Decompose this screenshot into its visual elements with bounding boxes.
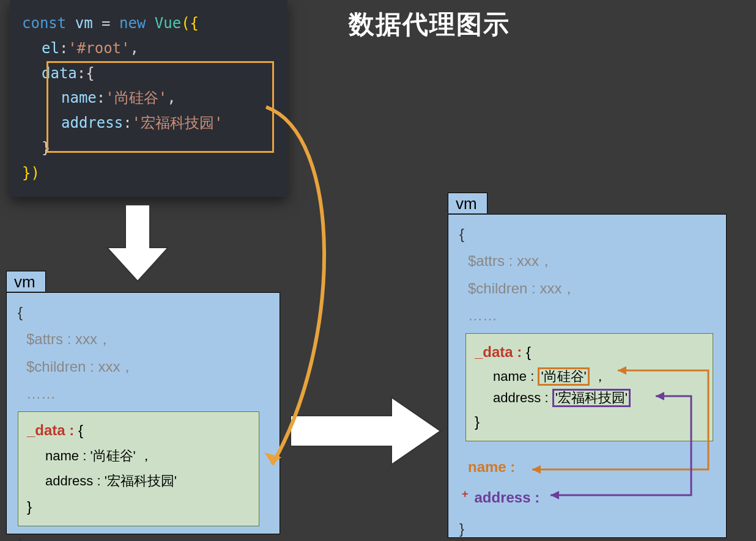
plus-icon: + [462, 488, 469, 500]
prop-name: name [61, 89, 97, 106]
str-name: '尚硅谷' [105, 89, 167, 106]
address-val: '宏福科技园' [105, 473, 177, 488]
name-val: '尚硅谷' [90, 448, 135, 463]
arrow-right-icon [291, 397, 440, 465]
data-key: _data : [27, 422, 74, 438]
address-key: address : [45, 473, 101, 488]
address-val-r: '宏福科技园' [552, 389, 631, 407]
proxy-name-label: name : [468, 458, 515, 475]
brace-open: { [18, 299, 269, 326]
children-line: $children : xxx， [18, 353, 269, 380]
vm-tab-left: vm [6, 271, 46, 292]
name-comma-r: ， [593, 369, 607, 384]
prop-data: data [42, 65, 77, 82]
vm-box-right: vm { $attrs : xxx， $children : xxx， …… _… [448, 214, 727, 538]
data-box-right: _data : { name : '尚硅谷' ， address : '宏福科技… [465, 333, 713, 441]
brace-close-r: } [459, 515, 715, 542]
prop-el: el [42, 40, 59, 57]
data-open: { [78, 422, 83, 438]
data-close: } [27, 493, 250, 520]
vm-tab-right: vm [448, 193, 487, 213]
ellipsis-line: …… [18, 380, 269, 407]
str-el: '#root' [68, 40, 130, 57]
proxy-address-label: address : [475, 489, 540, 506]
prop-address: address [61, 114, 123, 131]
code-block: const vm = new Vue({ el:'#root', data:{ … [10, 0, 287, 197]
vm-box-left: vm { $attrs : xxx， $children : xxx， …… _… [6, 292, 280, 534]
kw-new: new [119, 15, 146, 32]
lparen: ({ [181, 15, 199, 32]
data-close-r: } [475, 408, 704, 435]
cls-vue: Vue [155, 15, 181, 32]
var-vm: vm [75, 15, 93, 32]
rparen: }) [22, 164, 40, 182]
str-address: '宏福科技园' [132, 114, 223, 131]
data-box-left: _data : { name : '尚硅谷' ， address : '宏福科技… [18, 411, 259, 526]
data-open-r: { [526, 344, 531, 360]
attrs-line-r: $attrs : xxx， [459, 248, 715, 274]
arrow-down-icon [107, 205, 168, 281]
name-val-r: '尚硅谷' [538, 367, 589, 386]
diagram-title: 数据代理图示 [349, 7, 510, 42]
address-key-r: address : [493, 390, 549, 405]
name-key-r: name : [493, 369, 534, 384]
op-eq: = [102, 15, 110, 32]
brace-close: } [18, 530, 269, 541]
attrs-line: $attrs : xxx， [18, 326, 269, 353]
data-key-r: _data : [475, 344, 522, 360]
name-key: name : [45, 448, 86, 463]
name-comma: ， [139, 448, 153, 463]
children-line-r: $children : xxx， [459, 275, 715, 302]
ellipsis-line-r: …… [459, 302, 715, 329]
kw-const: const [22, 15, 66, 32]
brace-open-r: { [459, 221, 715, 248]
